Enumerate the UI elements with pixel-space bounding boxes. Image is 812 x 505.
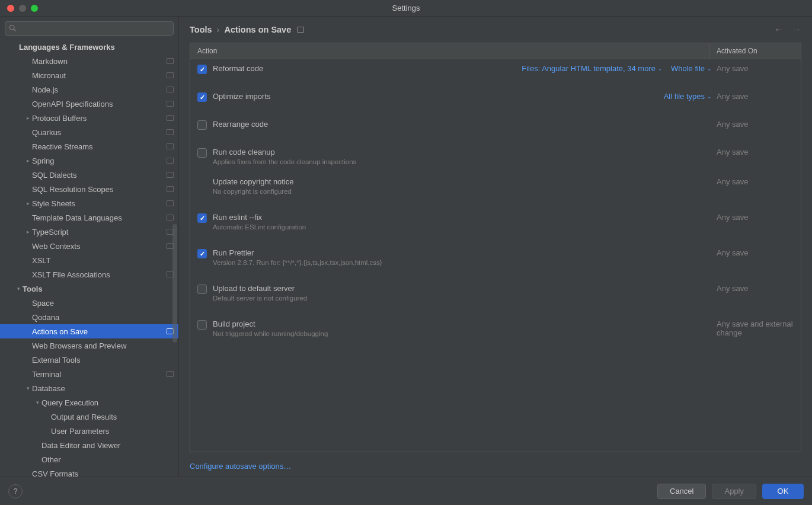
tree-item[interactable]: Markdown (0, 54, 178, 68)
svg-line-1 (14, 29, 15, 31)
tree-item-label: SQL Resolution Scopes (32, 185, 164, 194)
tree-item[interactable]: ▾Query Execution (0, 395, 178, 410)
tree-item[interactable]: CSV Formats (0, 466, 178, 477)
chevron-right-icon[interactable]: ▸ (24, 229, 32, 235)
project-scope-icon (167, 72, 174, 78)
tree-item[interactable]: ▾Tools (0, 282, 178, 296)
tree-item[interactable]: Data Editor and Viewer (0, 438, 178, 452)
chevron-right-icon[interactable]: ▸ (24, 158, 32, 164)
window-controls (0, 5, 38, 12)
project-scope-icon (167, 58, 174, 64)
action-checkbox[interactable] (197, 65, 207, 74)
tree-item-label: Protocol Buffers (32, 114, 164, 123)
chevron-down-icon[interactable]: ▾ (14, 286, 23, 292)
tree-item[interactable]: Template Data Languages (0, 210, 178, 225)
sidebar-scrollbar[interactable] (172, 224, 177, 343)
tree-item-label: User Parameters (51, 427, 174, 436)
tree-item[interactable]: ▸TypeScript (0, 225, 178, 239)
tree-item[interactable]: Reactive Streams (0, 139, 178, 154)
chevron-down-icon[interactable]: ▾ (24, 385, 32, 391)
table-row: Build projectNot triggered while running… (190, 315, 801, 342)
project-scope-icon (167, 101, 174, 107)
tree-item[interactable]: OpenAPI Specifications (0, 97, 178, 111)
chevron-down-icon[interactable]: ▾ (33, 399, 41, 405)
table-row: Reformat codeFiles: Angular HTML templat… (190, 59, 801, 79)
action-checkbox[interactable] (197, 320, 207, 330)
tree-item[interactable]: Quarkus (0, 125, 178, 139)
tree-item-label: Style Sheets (32, 199, 164, 208)
search-field[interactable] (5, 21, 174, 36)
action-description: Default server is not configured (213, 295, 717, 302)
tree-item[interactable]: ▾Database (0, 381, 178, 395)
table-row: Upload to default serverDefault server i… (190, 279, 801, 306)
apply-button: Apply (712, 484, 756, 499)
project-scope-icon (167, 200, 174, 206)
activated-on-value: Any save (717, 64, 794, 73)
tree-item[interactable]: Qodana (0, 310, 178, 324)
tree-item-label: Web Contexts (32, 242, 164, 251)
tree-item-label: Qodana (32, 313, 174, 322)
table-row: Rearrange codeAny save (190, 115, 801, 135)
activated-on-value: Any save (717, 120, 794, 129)
tree-item[interactable]: ▸Spring (0, 154, 178, 168)
tree-item[interactable]: External Tools (0, 353, 178, 367)
tree-item-label: Web Browsers and Preview (32, 341, 174, 350)
tree-item-label: Output and Results (51, 413, 174, 421)
tree-item-label: Other (41, 455, 174, 464)
minimize-window-button[interactable] (19, 5, 26, 12)
tree-item[interactable]: Output and Results (0, 410, 178, 424)
tree-item[interactable]: ▸Protocol Buffers (0, 111, 178, 125)
project-scope-icon (167, 129, 174, 135)
action-label: Rearrange code (213, 120, 717, 129)
tree-item[interactable]: Space (0, 296, 178, 310)
tree-item[interactable]: XSLT (0, 253, 178, 267)
project-scope-icon (167, 158, 174, 164)
action-checkbox[interactable] (197, 249, 207, 258)
close-window-button[interactable] (7, 5, 14, 12)
cancel-button[interactable]: Cancel (657, 484, 706, 499)
column-action: Action (190, 43, 709, 59)
help-button[interactable]: ? (8, 484, 23, 498)
tree-item[interactable]: User Parameters (0, 424, 178, 438)
configure-autosave-link[interactable]: Configure autosave options… (190, 462, 291, 471)
action-description: No copyright is configured (213, 188, 717, 195)
tree-item[interactable]: Actions on Save (0, 324, 178, 338)
action-checkbox[interactable] (197, 148, 207, 158)
tree-item[interactable]: SQL Dialects (0, 168, 178, 182)
tree-item-label: Tools (23, 285, 174, 293)
tree-item[interactable]: Terminal (0, 367, 178, 381)
action-option-dropdown[interactable]: All file types⌄ (664, 92, 712, 101)
chevron-right-icon[interactable]: ▸ (24, 115, 32, 121)
tree-item[interactable]: Micronaut (0, 68, 178, 82)
tree-item-label: Node.js (32, 85, 164, 94)
tree-item[interactable]: Web Contexts (0, 239, 178, 253)
activated-on-value: Any save (717, 177, 794, 186)
chevron-right-icon[interactable]: ▸ (24, 200, 32, 206)
action-label: Update copyright notice (213, 177, 717, 186)
tree-item[interactable]: ▸Style Sheets (0, 196, 178, 210)
breadcrumb-root[interactable]: Tools (190, 25, 212, 34)
settings-tree[interactable]: Languages & FrameworksMarkdownMicronautN… (0, 40, 178, 477)
action-checkbox[interactable] (197, 120, 207, 130)
action-checkbox[interactable] (197, 92, 207, 102)
zoom-window-button[interactable] (31, 5, 38, 12)
search-input[interactable] (18, 24, 170, 33)
settings-content: Tools › Actions on Save ← → Action Activ… (179, 17, 812, 477)
table-row: Run PrettierVersion 2.8.7. Run for: {**/… (190, 244, 801, 271)
tree-item[interactable]: XSLT File Associations (0, 267, 178, 282)
tree-item[interactable]: SQL Resolution Scopes (0, 182, 178, 196)
chevron-down-icon: ⌄ (658, 66, 663, 72)
action-option-dropdown[interactable]: Whole file⌄ (671, 64, 712, 73)
action-option-dropdown[interactable]: Files: Angular HTML template, 34 more⌄ (522, 64, 663, 73)
nav-back-icon[interactable]: ← (774, 24, 784, 35)
ok-button[interactable]: OK (762, 484, 804, 499)
action-checkbox[interactable] (197, 213, 207, 223)
tree-item-label: External Tools (32, 356, 174, 365)
action-checkbox[interactable] (197, 285, 207, 294)
tree-item-label: TypeScript (32, 228, 164, 236)
column-activated: Activated On (709, 43, 801, 59)
tree-item-label: Query Execution (41, 398, 174, 407)
tree-item[interactable]: Web Browsers and Preview (0, 338, 178, 353)
tree-item[interactable]: Node.js (0, 82, 178, 97)
tree-item[interactable]: Other (0, 452, 178, 466)
